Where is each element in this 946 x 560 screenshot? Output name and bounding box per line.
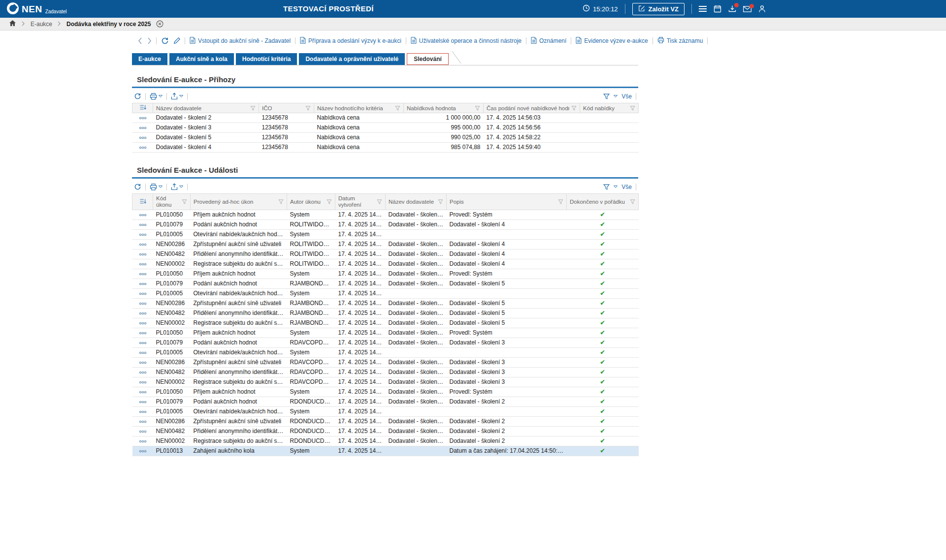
row-menu-icon[interactable] [139, 312, 147, 315]
event-row[interactable]: PL010005Otevírání nabídek/aukčních hodno… [132, 348, 639, 358]
caret-down-icon[interactable] [614, 95, 618, 97]
row-menu-icon[interactable] [139, 302, 147, 305]
event-row[interactable]: PL010050Příjem aukčních hodnotSystem17. … [132, 328, 639, 338]
bid-row[interactable]: Dodavatel - školení 512345678Nabídková c… [132, 133, 639, 143]
toolbar-link-uzivatelske-operace[interactable]: Uživatelské operace a činnosti nástroje [411, 37, 522, 45]
refresh-icon[interactable] [161, 37, 169, 45]
bid-row[interactable]: Dodavatel - školení 212345678Nabídková c… [132, 113, 639, 123]
column-settings-icon[interactable] [139, 104, 146, 110]
caret-down-icon[interactable] [614, 186, 618, 188]
event-row[interactable]: PL010005Otevírání nabídek/aukčních hodno… [132, 230, 639, 240]
show-all-link[interactable]: Vše [621, 93, 632, 100]
row-menu-icon[interactable] [139, 440, 147, 443]
row-menu-icon[interactable] [139, 410, 147, 413]
row-menu-icon[interactable] [139, 282, 147, 285]
calendar-icon[interactable] [714, 5, 721, 13]
event-row[interactable]: PL010079Podání aukčních hodnotROLITWIDOD… [132, 220, 639, 230]
toolbar-link-evidence-vyzev[interactable]: Evidence výzev e-aukce [576, 37, 648, 45]
event-row[interactable]: NEN00286Zpřístupnění aukční síně uživate… [132, 358, 639, 368]
event-row[interactable]: PL010013Zahájení aukčního kolaSystem17. … [132, 446, 639, 456]
toolbar-link-oznameni[interactable]: Oznámení [531, 37, 566, 45]
user-icon[interactable] [758, 5, 766, 13]
event-row[interactable]: NEN00002Registrace subjektu do aukční sí… [132, 259, 639, 269]
filter-funnel-icon[interactable] [603, 184, 610, 190]
event-row[interactable]: PL010079Podání aukčních hodnotRDAVCOPDOD… [132, 338, 639, 348]
breadcrumb-link[interactable]: E-aukce [31, 21, 52, 28]
print-menu-button[interactable] [150, 184, 163, 190]
row-menu-icon[interactable] [139, 342, 147, 344]
column-filter-funnel-icon[interactable] [558, 199, 563, 204]
row-menu-icon[interactable] [139, 351, 147, 354]
column-filter-funnel-icon[interactable] [377, 199, 382, 204]
row-menu-icon[interactable] [139, 361, 147, 364]
row-menu-icon[interactable] [139, 117, 147, 120]
export-menu-button[interactable] [171, 93, 183, 100]
column-filter-funnel-icon[interactable] [630, 106, 635, 111]
toolbar-link-priprava-a-odeslani-vyzvy[interactable]: Příprava a odeslání výzvy k e-aukci [300, 37, 401, 45]
column-filter-funnel-icon[interactable] [475, 106, 480, 111]
event-row[interactable]: PL010050Příjem aukčních hodnotSystem17. … [132, 387, 639, 397]
export-menu-button[interactable] [171, 183, 183, 190]
event-row[interactable]: NEN00286Zpřístupnění aukční síně uživate… [132, 240, 639, 249]
row-menu-icon[interactable] [139, 371, 147, 374]
tab-sledovani[interactable]: Sledování [407, 53, 449, 65]
row-menu-icon[interactable] [139, 420, 147, 423]
edit-pencil-icon[interactable] [173, 37, 180, 44]
event-row[interactable]: NEN00002Registrace subjektu do aukční sí… [132, 377, 639, 387]
tab-dodavatele-a-opravneni-uzivatele[interactable]: Dodavatelé a oprávnění uživatelé [299, 53, 405, 65]
event-row[interactable]: NEN00286Zpřístupnění aukční síně uživate… [132, 417, 639, 427]
filter-funnel-icon[interactable] [603, 93, 610, 99]
event-row[interactable]: NEN00286Zpřístupnění aukční síně uživate… [132, 299, 639, 309]
nav-next-icon[interactable] [147, 37, 152, 44]
row-menu-icon[interactable] [139, 126, 147, 129]
downloads-icon[interactable] [728, 5, 736, 13]
event-row[interactable]: PL010005Otevírání nabídek/aukčních hodno… [132, 289, 639, 299]
event-row[interactable]: PL010050Příjem aukčních hodnotSystem17. … [132, 269, 639, 279]
home-icon[interactable] [9, 20, 16, 28]
row-menu-icon[interactable] [139, 223, 147, 226]
nav-previous-icon[interactable] [138, 37, 142, 44]
row-menu-icon[interactable] [139, 430, 147, 433]
row-menu-icon[interactable] [139, 243, 147, 246]
event-row[interactable]: PL010005Otevírání nabídek/aukčních hodno… [132, 407, 639, 417]
row-menu-icon[interactable] [139, 146, 147, 149]
event-row[interactable]: PL010050Příjem aukčních hodnotSystem17. … [132, 210, 639, 220]
event-row[interactable]: NEN00482Přidělení anonymního identifikát… [132, 368, 639, 377]
row-menu-icon[interactable] [139, 136, 147, 139]
print-menu-button[interactable] [150, 93, 163, 100]
column-filter-funnel-icon[interactable] [250, 106, 256, 111]
row-menu-icon[interactable] [139, 253, 147, 256]
event-row[interactable]: NEN00482Přidělení anonymního identifikát… [132, 427, 639, 436]
row-menu-icon[interactable] [139, 292, 147, 295]
show-all-link[interactable]: Vše [621, 184, 632, 190]
row-menu-icon[interactable] [139, 391, 147, 394]
row-menu-icon[interactable] [139, 263, 147, 266]
toolbar-link-vstoupit-do-aukcni-sine[interactable]: Vstoupit do aukční síně - Zadavatel [190, 37, 291, 45]
column-filter-funnel-icon[interactable] [630, 199, 635, 204]
row-menu-icon[interactable] [139, 401, 147, 404]
column-filter-funnel-icon[interactable] [278, 199, 284, 204]
row-menu-icon[interactable] [139, 233, 147, 236]
row-menu-icon[interactable] [139, 381, 147, 384]
column-filter-funnel-icon[interactable] [438, 199, 443, 204]
row-menu-icon[interactable] [139, 450, 147, 453]
bid-row[interactable]: Dodavatel - školení 312345678Nabídková c… [132, 123, 639, 133]
messages-icon[interactable] [743, 6, 751, 12]
column-filter-funnel-icon[interactable] [395, 106, 400, 111]
event-row[interactable]: NEN00482Přidělení anonymního identifikát… [132, 249, 639, 259]
row-menu-icon[interactable] [139, 322, 147, 325]
event-row[interactable]: NEN00002Registrace subjektu do aukční sí… [132, 318, 639, 328]
row-menu-icon[interactable] [139, 273, 147, 276]
bid-row[interactable]: Dodavatel - školení 412345678Nabídková c… [132, 143, 639, 153]
refresh-icon[interactable] [134, 183, 141, 190]
tab-hodnotici-kriteria[interactable]: Hodnotící kritéria [236, 53, 297, 65]
column-filter-funnel-icon[interactable] [305, 106, 311, 111]
event-row[interactable]: NEN00002Registrace subjektu do aukční sí… [132, 436, 639, 446]
tab-aukcni-sine-a-kola[interactable]: Aukční síně a kola [169, 53, 234, 65]
event-row[interactable]: PL010079Podání aukčních hodnotRJAMBONDOD… [132, 279, 639, 289]
tab-e-aukce[interactable]: E-aukce [132, 53, 167, 65]
create-vz-button[interactable]: Založit VZ [632, 3, 685, 15]
row-menu-icon[interactable] [139, 332, 147, 335]
menu-icon[interactable] [699, 6, 707, 12]
column-settings-icon[interactable] [139, 198, 146, 204]
